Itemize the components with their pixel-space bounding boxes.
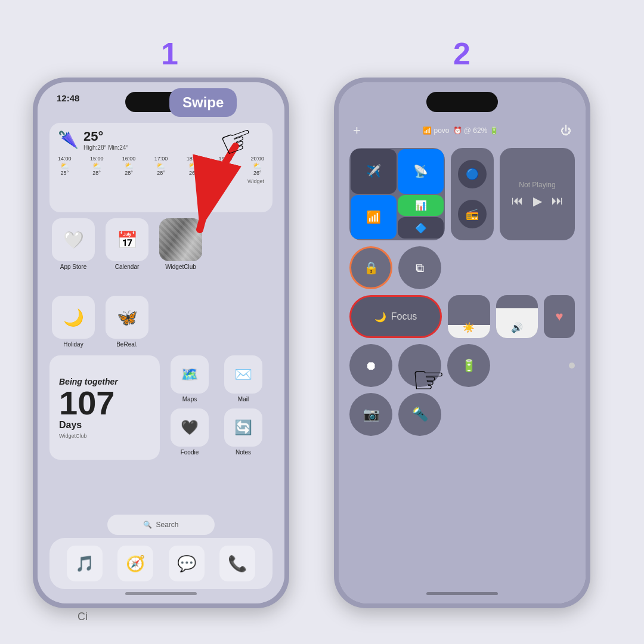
app-mail[interactable]: ✉️ Mail [219,355,267,402]
prev-track-btn[interactable]: ⏮ [512,194,524,208]
cc-plus-btn[interactable]: + [353,123,361,138]
next-track-btn[interactable]: ⏭ [552,194,564,208]
play-btn[interactable]: ▶ [533,194,542,208]
carrier-label: 📶 povo [423,126,449,135]
step1-number: 1 [161,36,178,72]
bluetooth-btn[interactable]: 🔵 [458,160,487,188]
search-label: Search [156,521,178,529]
dynamic-island-2 [426,92,498,112]
now-playing-block: Not Playing ⏮ ▶ ⏭ [500,148,575,240]
weather-widget-label: Widget [58,178,264,184]
brightness-slider[interactable]: ☀️ [448,295,490,338]
weather-high-low: High:28° Min:24° [83,144,128,151]
app-calendar[interactable]: 📅 Calendar [103,218,151,270]
wifi-btn[interactable]: 📶 [351,195,397,240]
battery-widget-btn[interactable]: 🔋 [447,344,490,387]
app-notes-label: Notes [236,449,251,456]
focus-icon: 🌙 [374,311,386,323]
relationship-widget: Being together 107 Days WidgetClub [49,355,160,460]
app-appstore-label: App Store [60,264,86,270]
airplane-mode-btn[interactable]: ✈️ [351,149,397,194]
dock-compass[interactable]: 🧭 [117,546,153,581]
app-holiday[interactable]: 🌙 Holiday [49,296,97,348]
weather-icon: 🌂 [58,130,79,150]
camera-btn[interactable]: 📷 [349,393,392,436]
screen-rotation-btn[interactable]: 🔒 [349,246,392,289]
caption: Ci [78,611,88,623]
rel-days: Days [59,420,150,431]
weather-temp: 25° [83,129,128,144]
app-widgetclub-marble[interactable]: WidgetClub [157,218,205,270]
app-calendar-label: Calendar [115,264,140,270]
small-apps-grid: 🗺️ Maps ✉️ Mail 🖤 Foodie 🔄 No [166,355,267,456]
cellular-btn[interactable]: 📊 [398,195,444,216]
app-notes[interactable]: 🔄 Notes [219,408,267,456]
home-bar-1 [125,592,197,595]
app-holiday-label: Holiday [63,341,83,348]
home-bar-2 [426,592,498,595]
phone2: + 📶 povo ⏰ @ 62% 🔋 ⏻ ✈️ 📡 📶 [334,78,590,608]
rel-number: 107 [59,386,150,420]
power-btn[interactable]: ⏻ [561,125,571,137]
volume-slider[interactable]: 🔊 [496,295,538,338]
dock-music[interactable]: 🎵 [67,546,103,581]
swipe-label: Swipe [169,88,237,117]
app-widgetclub-label: WidgetClub [165,264,196,270]
hand-cursor-2: ☞ [411,358,445,402]
step2-number: 2 [453,36,470,72]
app-maps[interactable]: 🗺️ Maps [166,355,213,402]
app-mail-label: Mail [238,396,249,402]
connectivity-block: 🔵 📻 [451,148,494,240]
app-bereal-label: BeReal. [116,341,138,348]
dock-phone[interactable]: 📞 [219,546,255,581]
focus-btn[interactable]: 🌙 Focus [349,295,442,338]
app-maps-label: Maps [182,396,197,402]
app-bereal[interactable]: 🦋 BeReal. [103,296,151,348]
search-icon: 🔍 [143,521,152,529]
dot-indicator [569,363,575,369]
heart-btn[interactable]: ♥ [544,295,575,338]
dock-messages[interactable]: 💬 [169,546,205,581]
dock: 🎵 🧭 💬 📞 [49,538,273,589]
battery-label: ⏰ @ 62% 🔋 [453,126,499,135]
rel-widget-label: WidgetClub [59,433,150,439]
airdrop-btn[interactable]: 🔷 [398,217,444,239]
app-foodie-label: Foodie [181,449,199,456]
screen-mirror-btn[interactable]: ⧉ [398,246,441,289]
app-foodie[interactable]: 🖤 Foodie [166,408,213,456]
status-time: 12:48 [57,93,79,103]
airdrop-small-btn[interactable]: 📻 [458,200,487,228]
hotspot-btn[interactable]: 📡 [398,149,444,194]
network-block: ✈️ 📡 📶 📊 🔷 [349,148,445,240]
search-bar[interactable]: 🔍 Search [107,515,215,535]
record-btn[interactable]: ⏺ [349,344,392,387]
app-appstore[interactable]: 🤍 App Store [49,218,97,270]
bluetooth-grid: 📊 🔷 [398,195,444,240]
now-playing-label: Not Playing [519,181,555,189]
focus-label: Focus [391,311,417,322]
